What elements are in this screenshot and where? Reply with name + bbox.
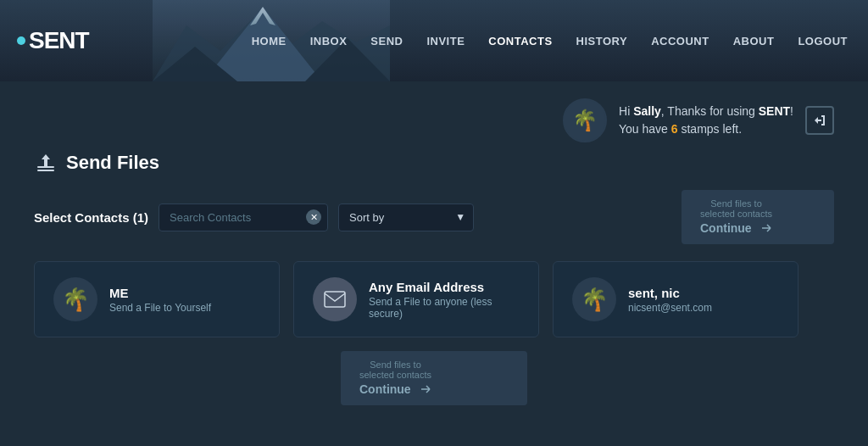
user-greeting: Hi Sally, Thanks for using SENT! (619, 104, 793, 118)
user-info: Hi Sally, Thanks for using SENT! You hav… (619, 103, 793, 138)
nav-logout[interactable]: LOGOUT (786, 28, 860, 54)
continue-bottom-action: Continue (359, 382, 433, 397)
arrow-right-icon (759, 220, 774, 236)
logo-dot (17, 36, 25, 45)
send-files-title-row: Send Files (34, 151, 834, 175)
avatar-icon: 🌴 (572, 109, 598, 132)
search-input[interactable] (159, 203, 328, 231)
content-area: 🌴 ME Send a File to Yourself Any Email A… (34, 261, 834, 405)
greeting-prefix: Hi (619, 104, 633, 118)
stamps-count: 6 (671, 122, 678, 136)
contact-card-any-email[interactable]: Any Email Address Send a File to anyone … (293, 261, 539, 337)
main-content: 🌴 Hi Sally, Thanks for using SENT! You h… (0, 81, 868, 422)
contact-name-nic: sent, nic (628, 286, 712, 300)
logo-text: SENT (29, 27, 89, 54)
nav-inbox[interactable]: INBOX (298, 28, 359, 54)
nav-invite[interactable]: INVITE (415, 28, 476, 54)
continue-top-action: Continue (700, 220, 774, 236)
main-nav: HOME INBOX SEND INVITE CONTACTS HISTORY … (240, 28, 868, 54)
user-bar: 🌴 Hi Sally, Thanks for using SENT! You h… (34, 98, 834, 142)
select-contacts-row: Select Contacts (1) ✕ Sort by ▼ Send fil… (34, 190, 834, 244)
logout-button[interactable] (805, 106, 834, 135)
sort-select-wrap: Sort by ▼ (338, 203, 474, 231)
continue-bottom-label: Send files toselected contacts (359, 360, 431, 380)
contact-avatar-email (313, 277, 357, 321)
page-title: Send Files (66, 152, 159, 174)
user-name: Sally (633, 104, 661, 118)
search-clear-button[interactable]: ✕ (306, 209, 321, 225)
continue-top-label: Send files toselected contacts (700, 198, 772, 219)
contact-info-me: ME Send a File to Yourself (109, 286, 211, 314)
contact-desc-me: Send a File to Yourself (109, 302, 211, 314)
nav-account[interactable]: ACCOUNT (639, 28, 721, 54)
nav-send[interactable]: SEND (359, 28, 415, 54)
svg-rect-6 (37, 166, 54, 168)
header: SENT HOME INBOX SEND INVITE CONTACTS HIS… (0, 0, 868, 81)
sort-select[interactable]: Sort by (338, 203, 474, 231)
contact-info-nic: sent, nic nicsent@sent.com (628, 286, 712, 314)
logo[interactable]: SENT (17, 27, 89, 54)
avatar: 🌴 (563, 98, 607, 142)
contact-name-me: ME (109, 286, 211, 300)
contact-avatar-me: 🌴 (53, 277, 97, 321)
continue-button-top[interactable]: Send files toselected contacts Continue (682, 190, 834, 244)
contacts-grid: 🌴 ME Send a File to Yourself Any Email A… (34, 261, 834, 337)
stamps-info: You have 6 stamps left. (619, 122, 742, 136)
contact-desc-nic: nicsent@sent.com (628, 302, 712, 314)
search-input-wrap: ✕ (159, 203, 328, 231)
palm-icon-nic: 🌴 (581, 287, 608, 313)
contact-name-email: Any Email Address (369, 280, 520, 294)
contact-info-email: Any Email Address Send a File to anyone … (369, 280, 520, 320)
envelope-icon (324, 290, 346, 309)
svg-rect-8 (325, 292, 345, 307)
contact-desc-email: Send a File to anyone (less secure) (369, 296, 520, 320)
arrow-right-icon-bottom (418, 382, 433, 397)
brand-name: SENT (759, 104, 790, 118)
greeting-msg: , Thanks for using (661, 104, 759, 118)
nav-about[interactable]: ABOUT (721, 28, 787, 54)
select-contacts-label: Select Contacts (1) (34, 210, 148, 225)
nav-contacts[interactable]: CONTACTS (476, 28, 564, 54)
svg-rect-7 (37, 170, 54, 171)
continue-button-bottom[interactable]: Send files toselected contacts Continue (341, 351, 527, 405)
contact-card-nic[interactable]: 🌴 sent, nic nicsent@sent.com (553, 261, 798, 337)
nav-history[interactable]: HISTORY (565, 28, 640, 54)
send-files-icon (34, 151, 58, 175)
contact-card-me[interactable]: 🌴 ME Send a File to Yourself (34, 261, 280, 337)
bottom-continue-wrap: Send files toselected contacts Continue (34, 351, 834, 405)
continue-btn-top-wrap: Send files toselected contacts Continue (682, 190, 834, 244)
palm-icon: 🌴 (62, 287, 89, 313)
nav-home[interactable]: HOME (240, 28, 298, 54)
contact-avatar-nic: 🌴 (572, 277, 616, 321)
